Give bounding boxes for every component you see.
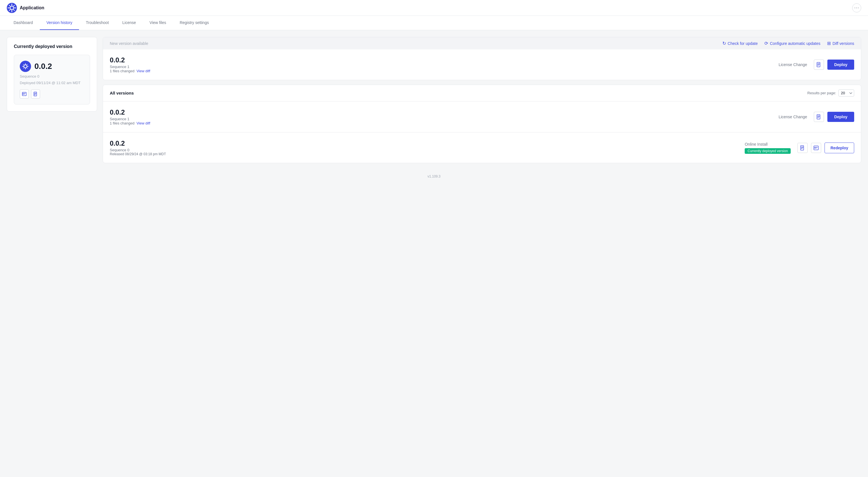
results-per-page-label: Results per page: (807, 91, 836, 95)
new-version-deploy-button[interactable]: Deploy (827, 60, 854, 70)
new-version-tag: License Change (779, 62, 807, 67)
tab-dashboard[interactable]: Dashboard (7, 16, 40, 30)
version-row: 0.0.2 Sequence 0 Released 08/29/24 @ 03:… (103, 132, 861, 163)
version-2-number: 0.0.2 (110, 140, 745, 147)
version-2-seq: Sequence 0 (110, 148, 745, 152)
configure-auto-updates-label: Configure automatic updates (770, 41, 820, 46)
main-content: Currently deployed version (0, 30, 868, 170)
version-1-tag: License Change (779, 115, 807, 119)
diff-versions-label: Diff versions (832, 41, 854, 46)
version-2-info: 0.0.2 Sequence 0 Released 08/29/24 @ 03:… (110, 140, 745, 156)
version-icon-actions (20, 89, 84, 98)
new-version-info: 0.0.2 Sequence 1 1 files changed View di… (110, 56, 779, 73)
new-version-section: New version available ↻ Check for update… (103, 37, 861, 80)
version-1-info: 0.0.2 Sequence 1 1 files changed View di… (110, 109, 779, 125)
results-per-page-control: Results per page: 20 50 100 (807, 89, 854, 96)
version-2-tag: Online Install (745, 142, 791, 147)
all-versions-title: All versions (110, 91, 134, 95)
current-version-sequence: Sequence 0 (20, 74, 84, 79)
right-panel: New version available ↻ Check for update… (103, 37, 861, 163)
app-version: v1.109.3 (428, 174, 440, 178)
check-for-update-label: Check for update (728, 41, 758, 46)
current-version-date: Deployed 09/11/24 @ 11:02 am MDT (20, 81, 84, 85)
current-version-card: Currently deployed version (7, 37, 97, 112)
app-footer: v1.109.3 (0, 170, 868, 183)
new-version-actions: Deploy (814, 60, 854, 70)
all-versions-section: All versions Results per page: 20 50 100… (103, 85, 861, 163)
settings-icon: ⟳ (765, 41, 768, 46)
app-logo-area: Application (7, 3, 44, 13)
tab-registry-settings[interactable]: Registry settings (173, 16, 216, 30)
tab-troubleshoot[interactable]: Troubleshoot (79, 16, 116, 30)
svg-point-22 (23, 93, 23, 94)
version-inner-card: 0.0.2 Sequence 0 Deployed 09/11/24 @ 11:… (14, 55, 90, 105)
app-title: Application (20, 5, 44, 10)
version-2-notes-icon[interactable] (811, 143, 821, 153)
version-2-files-icon[interactable] (798, 143, 808, 153)
tab-version-history[interactable]: Version history (40, 16, 79, 30)
new-version-body: 0.0.2 Sequence 1 1 files changed View di… (103, 50, 861, 80)
configure-automatic-updates-link[interactable]: ⟳ Configure automatic updates (765, 41, 820, 46)
new-version-files: 1 files changed View diff (110, 69, 779, 73)
check-for-update-link[interactable]: ↻ Check for update (722, 41, 758, 46)
svg-rect-19 (22, 92, 26, 96)
all-versions-header: All versions Results per page: 20 50 100 (103, 85, 861, 101)
version-1-seq: Sequence 1 (110, 117, 779, 121)
helm-logo-icon (7, 3, 17, 13)
new-version-header: New version available ↻ Check for update… (103, 37, 861, 50)
new-version-number: 0.0.2 (110, 56, 779, 64)
results-per-page-select[interactable]: 20 50 100 (838, 89, 854, 96)
svg-rect-40 (814, 146, 818, 150)
view-release-notes-icon[interactable] (20, 89, 29, 98)
new-version-seq: Sequence 1 (110, 65, 779, 69)
header-actions: ↻ Check for update ⟳ Configure automatic… (722, 41, 854, 46)
version-1-files: 1 files changed View diff (110, 121, 779, 125)
new-version-files-icon[interactable] (814, 60, 824, 70)
version-2-redeploy-button[interactable]: Redeploy (825, 143, 854, 153)
refresh-icon: ↻ (722, 41, 726, 46)
left-panel: Currently deployed version (7, 37, 97, 163)
version-2-released: Released 08/29/24 @ 03:18 pm MDT (110, 152, 745, 156)
version-1-files-icon[interactable] (814, 112, 824, 122)
currently-deployed-badge: Currently deployed version (745, 148, 791, 154)
version-1-number: 0.0.2 (110, 109, 779, 116)
helm-badge-icon (20, 61, 31, 72)
version-1-actions: Deploy (814, 112, 854, 122)
svg-point-44 (814, 148, 815, 148)
new-version-view-diff-link[interactable]: View diff (136, 69, 150, 73)
version-logo-row: 0.0.2 (20, 61, 84, 72)
tab-license[interactable]: License (116, 16, 143, 30)
new-version-label: New version available (110, 41, 718, 46)
app-header: Application ··· (0, 0, 868, 16)
nav-tabs: Dashboard Version history Troubleshoot L… (0, 16, 868, 30)
version-1-view-diff-link[interactable]: View diff (136, 121, 150, 125)
current-version-number: 0.0.2 (34, 62, 52, 71)
version-1-deploy-button[interactable]: Deploy (827, 112, 854, 122)
svg-point-23 (23, 94, 23, 94)
svg-point-43 (814, 147, 815, 148)
view-files-icon[interactable] (31, 89, 40, 98)
version-2-tag-area: Online Install Currently deployed versio… (745, 142, 791, 154)
current-version-title: Currently deployed version (14, 44, 90, 49)
diff-versions-link[interactable]: ⊞ Diff versions (827, 41, 854, 46)
diff-icon: ⊞ (827, 41, 831, 46)
version-2-actions: Redeploy (798, 143, 854, 153)
version-row: 0.0.2 Sequence 1 1 files changed View di… (103, 101, 861, 132)
more-options-button[interactable]: ··· (852, 3, 861, 12)
tab-view-files[interactable]: View files (143, 16, 173, 30)
